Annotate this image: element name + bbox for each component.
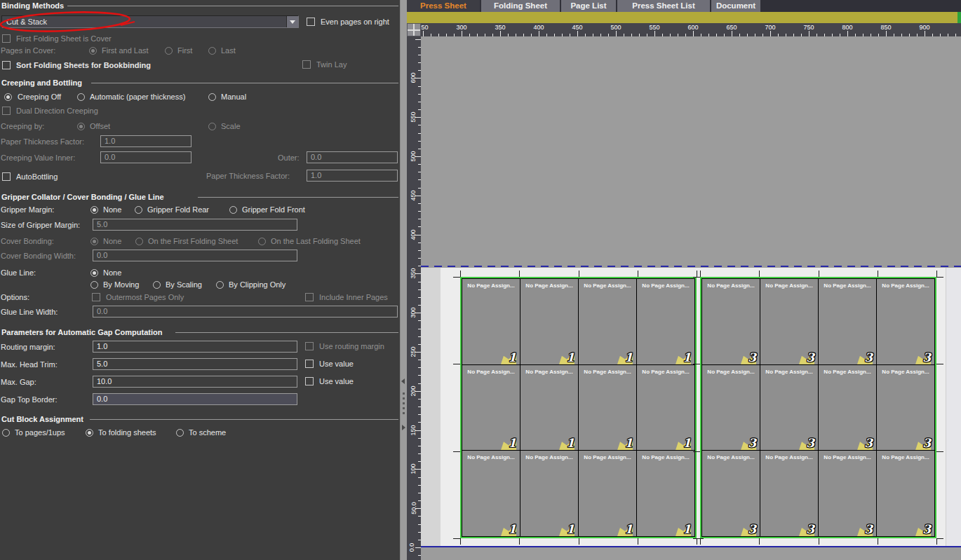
h-ruler-tick	[847, 31, 848, 36]
use-value-head-checkbox[interactable]	[305, 360, 314, 368]
to-folding-sheets-radio[interactable]	[86, 429, 93, 437]
max-gap-input[interactable]: 10.0	[93, 376, 297, 388]
paper-thickness2-input[interactable]: 1.0	[307, 170, 398, 182]
max-head-trim-input[interactable]: 5.0	[93, 358, 297, 370]
cover-bonding-none-radio[interactable]	[90, 238, 98, 245]
panel-splitter[interactable]	[401, 0, 407, 560]
press-sheet-canvas[interactable]: No Page Assign...1No Page Assign...1No P…	[421, 36, 961, 560]
glue-line-width-input[interactable]: 0.0	[93, 306, 398, 317]
page-number: 1	[683, 437, 691, 449]
tab-press-sheet[interactable]: Press Sheet	[407, 0, 480, 12]
page-cell[interactable]: No Page Assign...3	[702, 451, 760, 536]
page-number-badge: 1	[617, 349, 634, 364]
page-number: 1	[624, 524, 633, 535]
even-pages-checkbox[interactable]	[307, 18, 315, 26]
cut-mark	[759, 538, 760, 545]
page-cell[interactable]: No Page Assign...1	[637, 365, 694, 451]
creeping-value-inner-input[interactable]: 0.0	[100, 151, 191, 163]
page-cell[interactable]: No Page Assign...1	[579, 279, 636, 364]
creeping-value-inner-label: Creeping Value Inner:	[1, 153, 75, 162]
splitter-collapse-left-icon[interactable]	[401, 378, 405, 384]
paper-right-margin	[946, 268, 961, 547]
tab-press-sheet-list[interactable]: Press Sheet List	[617, 0, 710, 12]
section-divider	[175, 332, 398, 333]
page-number-badge: 3	[857, 435, 874, 450]
use-routing-margin-checkbox[interactable]	[305, 342, 314, 350]
page-cell-label: No Page Assign...	[819, 369, 876, 375]
chevron-down-icon[interactable]	[286, 16, 298, 27]
page-cell[interactable]: No Page Assign...3	[819, 451, 876, 536]
even-pages-label: Even pages on right	[321, 18, 389, 26]
outer-label: Outer:	[278, 153, 300, 162]
paper-thickness-input[interactable]: 1.0	[100, 135, 191, 147]
cut-block-1[interactable]: No Page Assign...1No Page Assign...1No P…	[460, 277, 697, 538]
pages-cover-first-last-radio[interactable]	[89, 47, 97, 55]
pages-cover-last-radio[interactable]	[208, 47, 216, 55]
to-scheme-radio[interactable]	[176, 429, 184, 437]
ruler-origin-crosshair-icon[interactable]	[407, 23, 421, 36]
glue-line-label: Glue Line:	[1, 268, 36, 277]
cut-mark	[700, 271, 701, 277]
page-cell[interactable]: No Page Assign...3	[760, 451, 818, 536]
binding-method-dropdown[interactable]: Cut & Stack	[1, 15, 299, 28]
page-cell[interactable]: No Page Assign...3	[819, 365, 876, 451]
include-inner-checkbox[interactable]	[305, 293, 314, 301]
cover-bonding-last-radio[interactable]	[258, 238, 266, 245]
glue-by-clipping-radio[interactable]	[216, 281, 224, 289]
tab-folding-sheet[interactable]: Folding Sheet	[481, 0, 560, 12]
tab-page-list[interactable]: Page List	[561, 0, 616, 12]
gap-top-border-input[interactable]: 0.0	[93, 393, 297, 405]
page-cell[interactable]: No Page Assign...1	[579, 365, 636, 451]
page-cell[interactable]: No Page Assign...1	[520, 451, 578, 536]
to-pages-radio[interactable]	[2, 429, 10, 437]
h-ruler-label: 550	[649, 24, 659, 31]
twin-lay-checkbox[interactable]	[302, 60, 311, 69]
use-value-gap-checkbox[interactable]	[305, 377, 314, 385]
page-cell[interactable]: No Page Assign...3	[702, 365, 760, 451]
page-cell[interactable]: No Page Assign...1	[462, 279, 520, 364]
page-cell[interactable]: No Page Assign...3	[760, 365, 818, 451]
page-cell[interactable]: No Page Assign...3	[877, 365, 934, 451]
splitter-collapse-right-icon[interactable]	[402, 425, 405, 430]
page-cell[interactable]: No Page Assign...1	[637, 451, 694, 536]
size-gripper-margin-input[interactable]: 5.0	[93, 219, 297, 231]
pages-cover-first-radio[interactable]	[165, 47, 173, 55]
outermost-pages-checkbox[interactable]	[92, 293, 100, 301]
gripper-margin-none-radio[interactable]	[90, 206, 98, 214]
page-cell[interactable]: No Page Assign...3	[877, 451, 934, 536]
page-cell[interactable]: No Page Assign...3	[702, 279, 760, 364]
h-ruler-tick	[539, 31, 539, 36]
v-ruler-label: 550	[410, 112, 417, 123]
cut-mark	[453, 277, 460, 278]
page-cell[interactable]: No Page Assign...3	[760, 279, 818, 364]
page-cell[interactable]: No Page Assign...3	[819, 279, 876, 364]
page-cell[interactable]: No Page Assign...1	[579, 451, 636, 536]
gripper-fold-front-radio[interactable]	[229, 206, 237, 214]
creeping-by-scale-radio[interactable]	[208, 123, 216, 130]
vertical-ruler: 60055050045040035030025020015010050.00.0	[407, 36, 421, 560]
creeping-off-radio[interactable]	[4, 93, 12, 101]
outer-input[interactable]: 0.0	[307, 151, 398, 163]
page-cell[interactable]: No Page Assign...3	[877, 279, 934, 364]
tab-document[interactable]: Document	[711, 0, 760, 12]
routing-margin-input[interactable]: 1.0	[93, 341, 297, 353]
cover-bonding-width-input[interactable]: 0.0	[93, 250, 297, 261]
glue-line-none-radio[interactable]	[90, 269, 98, 277]
page-cell[interactable]: No Page Assign...1	[637, 279, 694, 364]
cut-block-3[interactable]: No Page Assign...3No Page Assign...3No P…	[700, 277, 936, 538]
creeping-manual-radio[interactable]	[208, 93, 216, 101]
cover-bonding-first-radio[interactable]	[135, 238, 143, 245]
page-cell[interactable]: No Page Assign...1	[520, 365, 578, 451]
creeping-automatic-radio[interactable]	[77, 93, 85, 101]
page-cell[interactable]: No Page Assign...1	[520, 279, 578, 364]
glue-by-moving-radio[interactable]	[90, 281, 98, 289]
dual-direction-checkbox[interactable]	[2, 107, 11, 115]
page-cell[interactable]: No Page Assign...1	[462, 451, 520, 536]
page-cell[interactable]: No Page Assign...1	[462, 365, 520, 451]
autobottling-checkbox[interactable]	[2, 172, 11, 181]
sort-folding-checkbox[interactable]	[2, 61, 11, 69]
first-folding-cover-checkbox[interactable]	[2, 34, 11, 43]
glue-by-scaling-radio[interactable]	[153, 281, 161, 289]
gripper-fold-rear-radio[interactable]	[135, 206, 142, 214]
creeping-by-offset-radio[interactable]	[77, 123, 85, 130]
